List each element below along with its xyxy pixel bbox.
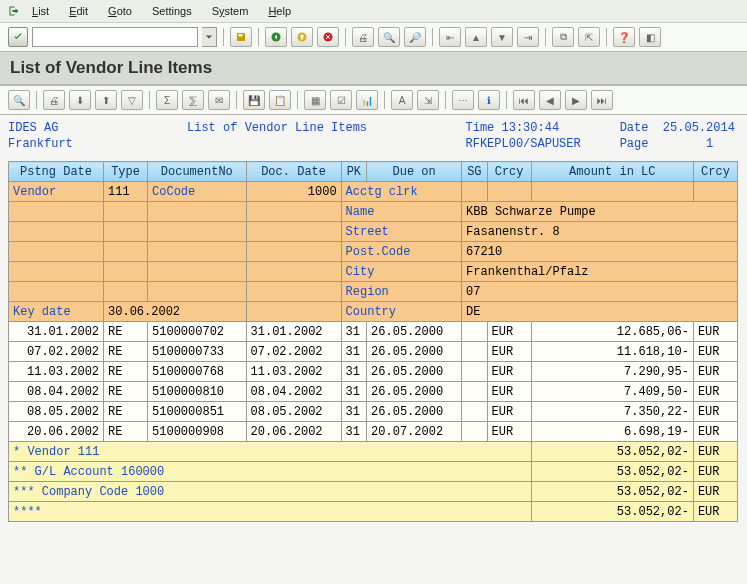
menu-goto[interactable]: Goto: [100, 3, 140, 19]
std-toolbar: 🖨 🔍 🔎 ⇤ ▲ ▼ ⇥ ⧉ ⇱ ❓ ◧: [0, 23, 747, 52]
next-page-icon[interactable]: ▼: [491, 27, 513, 47]
rh-page: 1: [706, 137, 713, 151]
header-row: Pstng Date Type DocumentNo Doc. Date PK …: [9, 162, 738, 182]
rh-date-lbl: Date: [620, 121, 649, 135]
more-icon[interactable]: ⋯: [452, 90, 474, 110]
app-toolbar: 🔍 🖨 ⬇ ⬆ ▽ Σ ⅀ ✉ 💾 📋 ▦ ☑ 📊 A ⇲ ⋯ ℹ ⏮ ◀ ▶ …: [0, 86, 747, 115]
export-icon[interactable]: ⇲: [417, 90, 439, 110]
table-row[interactable]: 11.03.2002RE510000076811.03.20023126.05.…: [9, 362, 738, 382]
sort-desc-icon[interactable]: ⬆: [95, 90, 117, 110]
vendor-post-row: Post.Code 67210: [9, 242, 738, 262]
total-row: * Vendor 11153.052,02-EUR: [9, 442, 738, 462]
keydate-val: 30.06.2002: [104, 302, 247, 322]
find-icon[interactable]: 🔍: [378, 27, 400, 47]
table-row[interactable]: 07.02.2002RE510000073307.02.20023126.05.…: [9, 342, 738, 362]
save-layout-icon[interactable]: 💾: [243, 90, 265, 110]
col-type: Type: [104, 162, 148, 182]
rh-city: Frankfurt: [8, 137, 187, 151]
find-next-icon[interactable]: 🔎: [404, 27, 426, 47]
vendor-city-row: City Frankenthal/Pfalz: [9, 262, 738, 282]
email-icon[interactable]: ✉: [208, 90, 230, 110]
menu-settings[interactable]: Settings: [144, 3, 200, 19]
table-row[interactable]: 20.06.2002RE510000090820.06.20023120.07.…: [9, 422, 738, 442]
col-pk: PK: [341, 162, 366, 182]
country-val: DE: [462, 302, 738, 322]
report-header-1: IDES AG List of Vendor Line Items Time 1…: [8, 121, 739, 135]
cancel-icon[interactable]: [317, 27, 339, 47]
menu-edit[interactable]: Edit: [61, 3, 96, 19]
nav-prev-icon[interactable]: ◀: [539, 90, 561, 110]
street-val: Fasanenstr. 8: [462, 222, 738, 242]
street-lbl: Street: [341, 222, 462, 242]
table-row[interactable]: 31.01.2002RE510000070231.01.20023126.05.…: [9, 322, 738, 342]
col-crcy: Crcy: [487, 162, 531, 182]
menu-help[interactable]: Help: [260, 3, 299, 19]
col-crcy2: Crcy: [693, 162, 737, 182]
vendor-lbl: Vendor: [9, 182, 104, 202]
cocode-lbl: CoCode: [148, 182, 247, 202]
region-lbl: Region: [341, 282, 462, 302]
keydate-lbl: Key date: [9, 302, 104, 322]
layout-icon[interactable]: ◧: [639, 27, 661, 47]
vendor-street-row: Street Fasanenstr. 8: [9, 222, 738, 242]
exit-icon-btn[interactable]: [291, 27, 313, 47]
first-page-icon[interactable]: ⇤: [439, 27, 461, 47]
back-icon[interactable]: [265, 27, 287, 47]
command-dropdown[interactable]: [202, 27, 217, 47]
keydate-row: Key date 30.06.2002 Country DE: [9, 302, 738, 322]
acct-lbl: Acctg clrk: [341, 182, 462, 202]
graphic-icon[interactable]: 📊: [356, 90, 378, 110]
total-row: ** G/L Account 16000053.052,02-EUR: [9, 462, 738, 482]
country-lbl: Country: [341, 302, 462, 322]
post-val: 67210: [462, 242, 738, 262]
rh-time-lbl: Time: [465, 121, 494, 135]
shortcut-icon[interactable]: ⇱: [578, 27, 600, 47]
nav-last-icon[interactable]: ⏭: [591, 90, 613, 110]
line-items-table: Pstng Date Type DocumentNo Doc. Date PK …: [8, 161, 738, 522]
city-val: Frankenthal/Pfalz: [462, 262, 738, 282]
col-pstng: Pstng Date: [9, 162, 104, 182]
enter-button[interactable]: [8, 27, 28, 47]
nav-first-icon[interactable]: ⏮: [513, 90, 535, 110]
rh-page-lbl: Page: [620, 137, 649, 151]
filter-icon[interactable]: ▽: [121, 90, 143, 110]
help-icon[interactable]: ❓: [613, 27, 635, 47]
last-page-icon[interactable]: ⇥: [517, 27, 539, 47]
print-icon[interactable]: 🖨: [352, 27, 374, 47]
abc-icon[interactable]: A: [391, 90, 413, 110]
table-row[interactable]: 08.05.2002RE510000085108.05.20023126.05.…: [9, 402, 738, 422]
command-field[interactable]: [32, 27, 198, 47]
name-val: KBB Schwarze Pumpe: [462, 202, 738, 222]
table-row[interactable]: 08.04.2002RE510000081008.04.20023126.05.…: [9, 382, 738, 402]
page-title: List of Vendor Line Items: [0, 52, 747, 86]
vendor-no: 111: [104, 182, 148, 202]
subtotal-icon[interactable]: ⅀: [182, 90, 204, 110]
report-body: IDES AG List of Vendor Line Items Time 1…: [0, 115, 747, 542]
vendor-region-row: Region 07: [9, 282, 738, 302]
menu-list[interactable]: List: [24, 3, 57, 19]
save-icon[interactable]: [230, 27, 252, 47]
selections-icon[interactable]: ☑: [330, 90, 352, 110]
rh-title: List of Vendor Line Items: [187, 121, 465, 135]
exit-icon[interactable]: [8, 5, 20, 17]
col-due: Due on: [367, 162, 462, 182]
columns-icon[interactable]: ▦: [304, 90, 326, 110]
vendor-name-row: Name KBB Schwarze Pumpe: [9, 202, 738, 222]
cocode-val: 1000: [246, 182, 341, 202]
menu-system[interactable]: System: [204, 3, 257, 19]
prev-page-icon[interactable]: ▲: [465, 27, 487, 47]
new-session-icon[interactable]: ⧉: [552, 27, 574, 47]
total-row: ****53.052,02-EUR: [9, 502, 738, 522]
details-icon[interactable]: 🔍: [8, 90, 30, 110]
rh-date: 25.05.2014: [663, 121, 735, 135]
info-icon[interactable]: ℹ: [478, 90, 500, 110]
menubar: List Edit Goto Settings System Help: [0, 0, 747, 23]
col-amt: Amount in LC: [531, 162, 693, 182]
total-icon[interactable]: Σ: [156, 90, 178, 110]
nav-next-icon[interactable]: ▶: [565, 90, 587, 110]
col-docdate: Doc. Date: [246, 162, 341, 182]
vendor-row: Vendor 111 CoCode 1000 Acctg clrk: [9, 182, 738, 202]
print2-icon[interactable]: 🖨: [43, 90, 65, 110]
select-layout-icon[interactable]: 📋: [269, 90, 291, 110]
sort-asc-icon[interactable]: ⬇: [69, 90, 91, 110]
